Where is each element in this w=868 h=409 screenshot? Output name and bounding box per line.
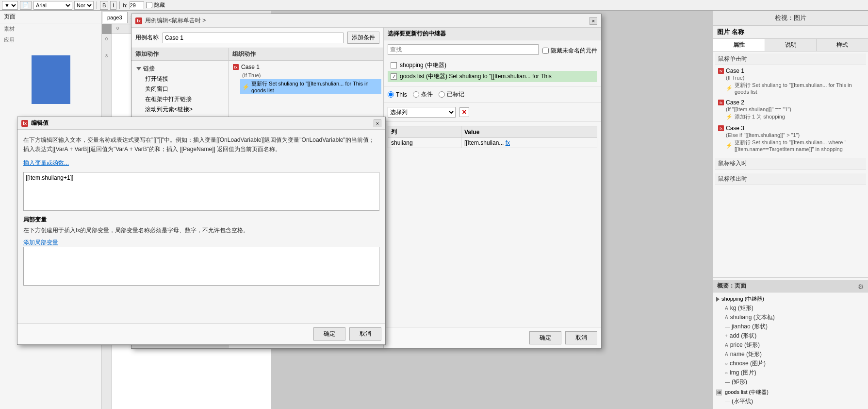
goods-list-group-label: goods list (中继器) — [725, 389, 769, 396]
hide-unnamed-checkbox[interactable] — [542, 48, 549, 54]
action-item-close-window[interactable]: 关闭窗口 — [143, 84, 224, 94]
right-case1-action-row: ⚡ 更新行 Set shuliang to "[[Item.shulian...… — [726, 81, 863, 95]
toolbar-dropdown[interactable]: ▼ — [2, 1, 18, 10]
right-case3-entry: fx Case 3 (Else if "[[Item.shuliang]]" >… — [715, 123, 866, 154]
right-case1-header[interactable]: fx Case 1 — [718, 68, 863, 74]
edit-value-body: 在下方编辑区输入文本，变量名称或表达式要写在"[["]]"中。例如：插入变量[[… — [17, 130, 385, 328]
case-editor-confirm-btn[interactable]: 确定 — [529, 331, 561, 344]
right-case3-action: 更新行 Set shuliang to "[[Item.shulian... w… — [735, 138, 863, 153]
right-case2-entry: fx Case 2 (If "[[Item.shuliang]]" == "1"… — [715, 98, 866, 122]
top-toolbar: ▼ 📄 Arial Nor B I h: 隐藏 — [0, 0, 868, 11]
choose-label: choose (图片) — [730, 359, 766, 368]
delete-column-btn[interactable]: × — [459, 107, 469, 117]
shopping-group-label: shopping (中继器) — [721, 295, 764, 303]
shopping-group-header[interactable]: shopping (中继器) — [715, 294, 866, 304]
toolbar-btn-2[interactable]: B — [100, 1, 108, 10]
action-item-scroll-to[interactable]: 滚动到元素<链接> — [143, 104, 224, 115]
toolbar-btn-3[interactable]: I — [110, 1, 116, 10]
goods-list-group-header[interactable]: ⊞ goods list (中继器) — [715, 388, 866, 397]
right-case2-header[interactable]: fx Case 2 — [718, 99, 863, 106]
case-name-label: 用例名称 — [135, 34, 159, 42]
outline-item-img: ○ img (图片) — [715, 368, 866, 377]
edit-value-confirm-btn[interactable]: 确定 — [313, 327, 345, 341]
add-action-header: 添加动作 — [131, 48, 228, 61]
repeater-goods-list[interactable]: ✓ goods list (中继器) Set shuliang to "[[It… — [388, 71, 597, 82]
link-group-header[interactable]: 链接 — [135, 64, 224, 74]
column-select[interactable]: 选择列 shuliang — [388, 107, 456, 118]
case-name-row: 用例名称 添加条件 — [131, 28, 383, 48]
tab-description[interactable]: 说明 — [765, 39, 817, 51]
action-item-open-link[interactable]: 打开链接 — [143, 74, 224, 84]
tab-style[interactable]: 样式 — [817, 39, 868, 51]
repeater-search-input[interactable] — [388, 44, 539, 55]
page3-tab[interactable]: page3 — [102, 12, 128, 23]
insert-var-link[interactable]: 插入变量或函数... — [23, 159, 379, 167]
radio-this-label: This — [396, 91, 407, 98]
thunder-icon-right-1: ⚡ — [726, 85, 733, 91]
case1-label: Case 1 — [241, 64, 260, 70]
edit-value-title-text: 编辑值 — [31, 119, 49, 127]
right-case3-header[interactable]: fx Case 3 — [718, 125, 863, 132]
case1-action-item[interactable]: ⚡ 更新行 Set shuliang to "[[Item.shulian...… — [240, 79, 381, 94]
col-header: 列 — [388, 126, 461, 138]
local-var-desc: 在下方创建用于插入fx的局部变量，局部变量名称必须是字母、数字，不允许包含空格。 — [23, 226, 379, 235]
column-row: 选择列 shuliang × — [384, 103, 601, 122]
hide-label: 隐藏 — [154, 1, 165, 9]
edit-value-close-btn[interactable]: × — [374, 119, 381, 127]
mouse-click-section: 鼠标单击时 fx Case 1 (If True) ⚡ 更新行 Set shul… — [715, 53, 866, 154]
shape-icon-add: + — [725, 333, 728, 339]
add-local-var-link[interactable]: 添加局部变量 — [23, 239, 58, 246]
right-panel-divider — [713, 277, 868, 278]
rect-icon-kg: A — [725, 306, 728, 311]
action-item-open-in-frame[interactable]: 在框架中打开链接 — [143, 94, 224, 104]
case-editor-cancel-btn[interactable]: 取消 — [565, 331, 597, 344]
shopping-checkbox[interactable] — [391, 62, 397, 68]
radio-marked-input[interactable] — [439, 91, 445, 98]
material-label: 素材 — [0, 23, 101, 34]
right-case2-condition: (If "[[Item.shuliang]]" == "1") — [726, 106, 863, 113]
filter-icon[interactable]: ⚙ — [858, 283, 864, 290]
radio-condition[interactable]: 条件 — [413, 90, 433, 99]
tab-properties[interactable]: 属性 — [713, 39, 765, 51]
edit-value-textarea[interactable]: [[Item.shuliang+1]] — [23, 172, 379, 211]
goods-list-table-icon: ⊞ — [716, 390, 722, 395]
value-cell-shuliang[interactable]: [[Item.shulian... fx — [461, 138, 597, 148]
canvas-preview — [32, 55, 70, 104]
repeater-section: 隐藏未命名的元件 shopping (中继器) ✓ goods l — [384, 40, 601, 86]
case-editor-close-btn[interactable]: × — [590, 17, 597, 25]
case-editor-title-text: 用例编辑<鼠标单击时 > — [145, 17, 206, 25]
radio-condition-input[interactable] — [413, 91, 419, 98]
shuliang-label: shuliang (文本框) — [730, 313, 775, 322]
edit-value-title-left: fx 编辑值 — [21, 119, 49, 127]
fx-link[interactable]: fx — [506, 139, 510, 146]
radio-marked[interactable]: 已标记 — [439, 90, 464, 99]
apply-label: 应用 — [0, 34, 101, 46]
rect-label: (矩形) — [732, 378, 747, 386]
toolbar-btn-1[interactable]: 📄 — [20, 1, 32, 10]
edit-value-dialog: fx 编辑值 × 在下方编辑区输入文本，变量名称或表达式要写在"[["]]"中。… — [17, 117, 386, 345]
local-var-textarea[interactable] — [23, 247, 379, 286]
jianhao-label: jianhao (形状) — [732, 323, 768, 331]
right-panel-title: 检视：图片 — [713, 11, 868, 26]
thunder-icon-right-3: ⚡ — [726, 142, 733, 149]
goods-list-checkbox[interactable]: ✓ — [391, 73, 397, 80]
radio-this-input[interactable] — [388, 91, 394, 98]
edit-value-titlebar: fx 编辑值 × — [17, 117, 385, 130]
table-row-1: shuliang [[Item.shulian... fx — [388, 138, 597, 148]
mouse-click-label: 鼠标单击时 — [715, 53, 866, 65]
hide-checkbox[interactable] — [146, 2, 152, 8]
repeater-shopping[interactable]: shopping (中继器) — [388, 60, 597, 71]
case-name-input[interactable] — [163, 33, 344, 43]
edit-value-cancel-btn[interactable]: 取消 — [349, 327, 381, 341]
action-tree-scrollbar[interactable] — [131, 344, 228, 348]
case1-header[interactable]: fx Case 1 — [230, 63, 381, 71]
add-condition-btn[interactable]: 添加条件 — [347, 32, 379, 44]
summary-section: 概要：页面 ⚙ — [713, 280, 868, 292]
text-icon-shuliang: A — [725, 315, 728, 320]
font-select[interactable]: Arial — [33, 1, 72, 10]
case-editor-footer: 确定 取消 — [384, 327, 601, 348]
repeater-list: shopping (中继器) ✓ goods list (中继器) Set sh… — [388, 60, 597, 82]
size-select[interactable]: Nor — [74, 1, 94, 10]
radio-this[interactable]: This — [388, 91, 407, 98]
height-input[interactable] — [130, 1, 144, 9]
